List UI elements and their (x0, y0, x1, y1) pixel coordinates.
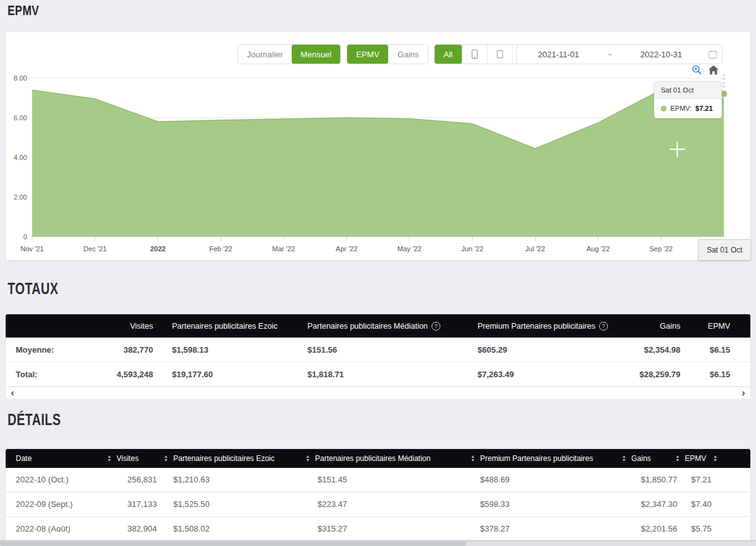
epmv-area-chart[interactable]: 8.006.004.002.000Nov '21Dec '212022Feb '… (6, 73, 752, 257)
period-monthly-button[interactable]: Mensuel (292, 45, 340, 64)
details-col-premium-label: Premium Partenaires publicitaires (480, 454, 593, 463)
totals-row-total: Total: 4,593,248 $19,177.60 $1,818.71 $7… (6, 362, 750, 387)
tablet-icon (496, 48, 503, 60)
row-label: Moyenne: (16, 345, 110, 355)
totals-col-gains: Gains (620, 322, 689, 331)
cell-mediation: $151.56 (292, 345, 462, 355)
help-icon[interactable]: ? (432, 322, 440, 331)
cell-ezoic: $1,525.50 (173, 499, 315, 509)
details-col-premium[interactable]: Premium Partenaires publicitaires ▲▼ (480, 454, 631, 463)
details-col-ezoic[interactable]: Partenaires publicitaires Ezoic ▲▼ (173, 454, 315, 463)
totals-col-mediation-label: Partenaires publicitaires Médiation (307, 322, 428, 331)
scroll-left-button[interactable]: ‹ (11, 389, 14, 397)
details-row: 2022-10 (Oct.) 256,831 $1,210.63 $151.45… (6, 468, 750, 492)
sort-icon[interactable]: ▲▼ (713, 455, 718, 462)
cell-epmv: $7.21 (685, 475, 723, 484)
totals-col-ezoic: Partenaires publicitaires Ezoic (157, 322, 292, 331)
date-from[interactable]: 2021-11-01 (517, 50, 600, 59)
svg-text:2.00: 2.00 (14, 193, 27, 201)
totals-col-mediation: Partenaires publicitaires Médiation ? (292, 322, 462, 331)
details-col-gains[interactable]: Gains ▲▼ (631, 454, 685, 463)
svg-text:Mar '22: Mar '22 (272, 245, 295, 253)
details-header-row: Date ▲▼ Visites ▲▼ Partenaires publicita… (6, 449, 750, 468)
cell-mediation: $223.47 (315, 499, 480, 509)
details-row: 2022-08 (Août) 382,904 $1,508.02 $315.27… (6, 517, 750, 542)
cell-gains: $28,259.79 (620, 370, 689, 379)
details-col-mediation-label: Partenaires publicitaires Médiation (315, 454, 430, 463)
cell-ezoic: $1,598.13 (157, 345, 292, 355)
cell-visites: 256,831 (117, 475, 173, 484)
cell-visites: 382,904 (117, 524, 173, 533)
sort-icon[interactable]: ▲▼ (675, 455, 680, 462)
date-separator: ~ (600, 50, 619, 59)
sort-icon[interactable]: ▲▼ (306, 455, 310, 462)
metric-epmv-button[interactable]: EPMV (347, 45, 388, 64)
period-daily-button[interactable]: Journalier (238, 45, 292, 64)
svg-text:Sep '22: Sep '22 (650, 245, 673, 253)
details-col-date-label: Date (16, 454, 32, 463)
cell-premium: $488.69 (480, 475, 631, 484)
date-to[interactable]: 2022-10-31 (619, 50, 703, 59)
totals-heading: TOTAUX (8, 280, 59, 298)
tooltip-header: Sat 01 Oct (655, 82, 721, 99)
device-tablet-button[interactable] (487, 45, 512, 64)
details-col-epmv-label: EPMV (685, 454, 706, 463)
cell-date: 2022-10 (Oct.) (16, 475, 117, 484)
svg-text:2022: 2022 (150, 245, 165, 253)
period-toggle-group: Journalier Mensuel (238, 44, 341, 64)
date-range-picker[interactable]: 2021-11-01 ~ 2022-10-31 (516, 44, 723, 64)
totals-table: Visites Partenaires publicitaires Ezoic … (5, 314, 751, 397)
metric-toggle-group: EPMV Gains (346, 44, 428, 64)
svg-text:Dec '21: Dec '21 (83, 245, 106, 253)
cell-gains: $1,850.77 (631, 475, 685, 484)
cell-date: 2022-09 (Sept.) (16, 499, 117, 509)
svg-text:8.00: 8.00 (14, 74, 27, 82)
sort-icon[interactable]: ▲▼ (622, 455, 626, 462)
totals-col-visites: Visites (110, 322, 157, 331)
cell-epmv: $5.75 (685, 524, 723, 533)
details-col-epmv[interactable]: EPMV ▲▼ (685, 454, 723, 463)
cell-premium: $598.33 (480, 499, 631, 509)
cell-visites: 382,770 (110, 345, 157, 355)
cell-gains: $2,201.56 (631, 524, 685, 533)
help-icon[interactable]: ? (599, 322, 608, 331)
details-heading: DÉTAILS (8, 411, 61, 429)
scroll-right-button[interactable]: › (742, 389, 745, 397)
sort-icon[interactable]: ▲▼ (164, 455, 168, 462)
cell-epmv: $7.40 (685, 499, 723, 509)
svg-text:Aug '22: Aug '22 (587, 245, 610, 253)
row-label: Total: (16, 370, 110, 379)
totals-col-premium-label: Premium Partenaires publicitaires (478, 322, 595, 331)
page-title: EPMV (8, 3, 39, 19)
svg-text:Jul '22: Jul '22 (525, 245, 545, 253)
details-col-gains-label: Gains (631, 454, 651, 463)
metric-gains-button[interactable]: Gains (388, 45, 428, 64)
cell-mediation: $1,818.71 (292, 370, 462, 379)
details-col-date[interactable]: Date ▲▼ (16, 454, 117, 463)
device-mobile-button[interactable] (462, 45, 487, 64)
device-all-button[interactable]: All (435, 45, 461, 64)
calendar-icon (703, 50, 722, 59)
totals-col-premium: Premium Partenaires publicitaires ? (462, 322, 620, 331)
tooltip-series-dot-icon (661, 106, 667, 111)
cell-mediation: $151.45 (315, 475, 480, 484)
sort-icon[interactable]: ▲▼ (107, 455, 112, 462)
horizontal-scrollbar[interactable] (0, 540, 756, 546)
cell-epmv: $6.15 (689, 370, 731, 379)
details-col-mediation[interactable]: Partenaires publicitaires Médiation ▲▼ (315, 454, 480, 463)
svg-text:Jun '22: Jun '22 (461, 245, 483, 253)
totals-row-average: Moyenne: 382,770 $1,598.13 $151.56 $605.… (6, 338, 750, 362)
totals-scroll-row: ‹ › (6, 387, 750, 399)
cell-gains: $2,354.98 (620, 345, 689, 355)
cell-premium: $378.27 (480, 524, 631, 533)
details-col-visites-label: Visites (117, 454, 139, 463)
details-col-visites[interactable]: Visites ▲▼ (117, 454, 173, 463)
cell-ezoic: $1,508.02 (173, 524, 315, 533)
cell-date: 2022-08 (Août) (16, 524, 117, 533)
scrollbar-thumb[interactable] (0, 542, 466, 546)
cell-visites: 4,593,248 (110, 370, 157, 379)
sort-icon[interactable]: ▲▼ (471, 455, 475, 462)
svg-text:0: 0 (23, 233, 27, 241)
svg-text:Feb '22: Feb '22 (209, 245, 232, 253)
cell-ezoic: $1,210.63 (173, 475, 315, 484)
